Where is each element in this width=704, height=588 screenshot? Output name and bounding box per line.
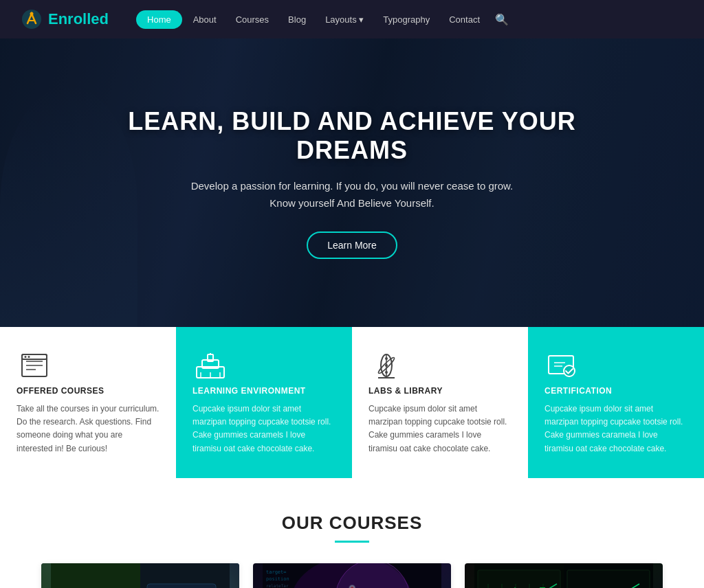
svg-point-1	[30, 12, 34, 16]
svg-point-20	[385, 364, 388, 367]
logo[interactable]: Enrolled	[21, 8, 109, 30]
svg-text:relateTar: relateTar	[266, 583, 289, 588]
nav-blog[interactable]: Blog	[280, 10, 314, 29]
hero-title: LEARN, BUILD AND ACHIEVE YOUR DREAMS	[104, 107, 600, 165]
svg-rect-36	[147, 584, 216, 588]
course-card-ai[interactable]: target= position relateTar getElem class…	[253, 563, 451, 588]
ai-visual: target= position relateTar getElem class…	[253, 563, 451, 588]
feature-learning-env: LEARNING ENVIRONMENT Cupcake ipsum dolor…	[176, 327, 352, 478]
nav-links: Home About Courses Blog Layouts ▾ Typogr…	[136, 9, 683, 30]
brand-name: Enrolled	[48, 10, 109, 28]
course-thumb-electronics	[41, 563, 239, 588]
logo-icon	[21, 8, 43, 30]
courses-section: OUR COURSES	[0, 478, 704, 588]
feature-title-labs: LABS & LIBRARY	[368, 386, 512, 396]
electronics-visual	[41, 563, 239, 588]
nav-about[interactable]: About	[185, 10, 225, 29]
hero-section: LEARN, BUILD AND ACHIEVE YOUR DREAMS Dev…	[0, 38, 704, 327]
feature-title-learning: LEARNING ENVIRONMENT	[192, 386, 336, 396]
labs-library-icon	[368, 348, 404, 383]
feature-offered-courses: OFFERED COURSES Take all the courses in …	[0, 327, 176, 478]
feature-title-offered: OFFERED COURSES	[16, 386, 160, 396]
feature-desc-labs: Cupcake ipsum dolor sit amet marzipan to…	[368, 403, 512, 455]
course-thumb-trading: POSITION	[465, 563, 663, 588]
nav-contact[interactable]: Contact	[441, 10, 488, 29]
feature-title-cert: CERTIFICATION	[544, 386, 688, 396]
nav-home[interactable]: Home	[136, 10, 182, 29]
svg-point-7	[25, 356, 27, 358]
hero-content: LEARN, BUILD AND ACHIEVE YOUR DREAMS Dev…	[104, 107, 600, 259]
feature-labs-library: LABS & LIBRARY Cupcake ipsum dolor sit a…	[352, 327, 528, 478]
course-card-trading[interactable]: POSITION	[465, 563, 663, 588]
hero-subtitle: Develop a passion for learning. If you d…	[104, 177, 600, 212]
trading-visual: POSITION	[465, 563, 663, 588]
courses-title: OUR COURSES	[41, 512, 663, 534]
learn-more-button[interactable]: Learn More	[307, 231, 397, 259]
course-thumb-ai: target= position relateTar getElem class…	[253, 563, 451, 588]
features-section: OFFERED COURSES Take all the courses in …	[0, 327, 704, 478]
feature-desc-cert: Cupcake ipsum dolor sit amet marzipan to…	[544, 403, 688, 455]
certification-icon	[544, 348, 580, 383]
svg-point-8	[28, 356, 30, 358]
nav-layouts[interactable]: Layouts ▾	[317, 10, 372, 29]
feature-desc-learning: Cupcake ipsum dolor sit amet marzipan to…	[192, 403, 336, 455]
svg-point-21	[385, 371, 388, 374]
svg-text:position: position	[266, 576, 289, 582]
svg-rect-60	[478, 570, 560, 588]
offered-courses-icon	[16, 348, 52, 383]
navbar: Enrolled Home About Courses Blog Layouts…	[0, 0, 704, 38]
svg-text:target=: target=	[266, 569, 287, 575]
course-grid: target= position relateTar getElem class…	[41, 563, 663, 588]
course-card-electronics[interactable]	[41, 563, 239, 588]
feature-certification: CERTIFICATION Cupcake ipsum dolor sit am…	[528, 327, 704, 478]
learning-env-icon	[192, 348, 228, 383]
search-icon[interactable]: 🔍	[491, 9, 513, 30]
section-divider	[335, 541, 369, 543]
nav-typography[interactable]: Typography	[375, 10, 438, 29]
feature-desc-offered: Take all the courses in your curriculum.…	[16, 403, 160, 455]
svg-point-19	[385, 357, 388, 360]
nav-courses[interactable]: Courses	[228, 10, 277, 29]
svg-rect-30	[51, 563, 140, 588]
